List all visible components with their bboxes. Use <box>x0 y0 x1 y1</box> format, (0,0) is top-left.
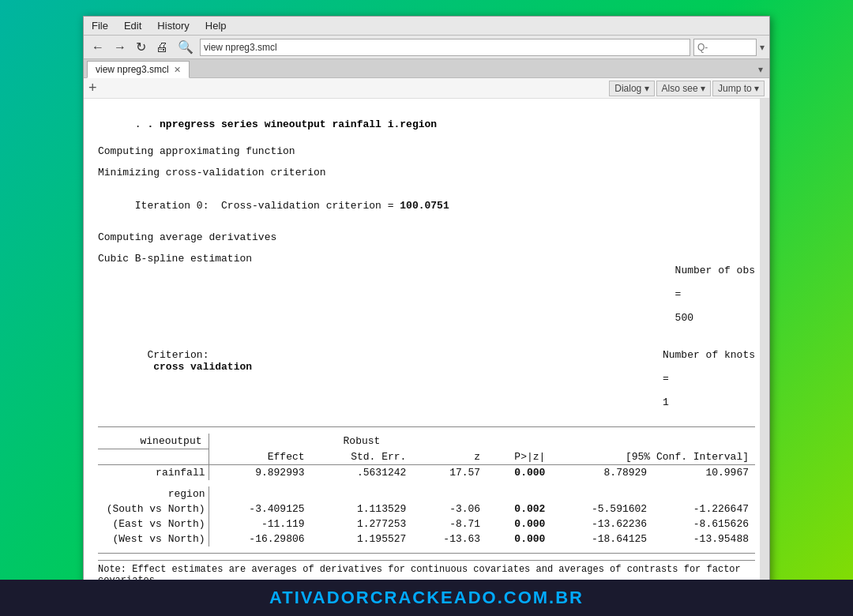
computing-avg: Computing average derivatives <box>98 231 755 243</box>
secondary-toolbar: + Dialog ▾ Also see ▾ Jump to ▾ <box>84 78 769 99</box>
dialog-button[interactable]: Dialog ▾ <box>609 81 654 96</box>
col-robust-header: Robust <box>311 434 413 449</box>
table-divider-bottom <box>98 553 755 554</box>
val-east-stderr: 1.277253 <box>311 516 413 531</box>
tab-dropdown[interactable]: ▾ <box>755 62 766 77</box>
model-info-row1: Cubic B-spline estimation Number of obs … <box>98 253 755 336</box>
col-robust-label <box>209 434 311 449</box>
val-west-cilo: -18.64125 <box>551 531 653 547</box>
scrollbar[interactable] <box>760 99 769 594</box>
val-east-effect: -11.119 <box>209 516 311 531</box>
th-depvar2 <box>98 449 209 465</box>
refresh-button[interactable]: ↻ <box>133 38 149 56</box>
print-button[interactable]: 🖨 <box>152 39 171 56</box>
val-west-cihi: -13.95488 <box>653 531 755 547</box>
label-west: (West vs North) <box>98 531 209 547</box>
table-row-rainfall: rainfall 9.892993 .5631242 17.57 0.000 8… <box>98 464 755 480</box>
val-west-stderr: 1.195527 <box>311 531 413 547</box>
th-stderr: Std. Err. <box>311 449 413 465</box>
also-see-button[interactable]: Also see ▾ <box>656 81 711 96</box>
th-ci: [95% Conf. Interval] <box>551 449 755 465</box>
label-rainfall: rainfall <box>98 464 209 480</box>
val-south-z: -3.06 <box>412 501 487 516</box>
computing-approx: Computing approximating function <box>98 145 755 157</box>
table-row-region-label: region <box>98 486 755 501</box>
action-buttons: Dialog ▾ Also see ▾ Jump to ▾ <box>609 81 765 96</box>
model-info-row2: Criterion: cross validation Number of kn… <box>98 337 755 420</box>
col-depvar: wineoutput <box>98 434 209 449</box>
minimizing-cv: Minimizing cross-validation criterion <box>98 167 755 178</box>
cv-value: 100.0751 <box>400 200 449 212</box>
val-rainfall-z: 17.57 <box>412 464 487 480</box>
table-row-south: (South vs North) -3.409125 1.113529 -3.0… <box>98 501 755 516</box>
menu-help[interactable]: Help <box>202 18 230 33</box>
table-divider-top <box>98 426 755 427</box>
val-east-cihi: -8.615626 <box>653 516 755 531</box>
address-bar[interactable] <box>200 39 690 56</box>
watermark-text: ATIVADORCRACKEADO.COM.BR <box>269 588 584 607</box>
iteration-line: Iteration 0: Cross-validation criterion … <box>98 188 755 223</box>
stata-window: File Edit History Help ← → ↻ 🖨 🔍 ▾ view … <box>83 16 770 608</box>
tab-bar: view npreg3.smcl ✕ ▾ <box>84 59 769 78</box>
val-south-cilo: -5.591602 <box>551 501 653 516</box>
label-south: (South vs North) <box>98 501 209 516</box>
val-rainfall-cilo: 8.78929 <box>551 464 653 480</box>
table-row-east: (East vs North) -11.119 1.277253 -8.71 0… <box>98 516 755 531</box>
val-east-pz: 0.000 <box>487 516 551 531</box>
val-rainfall-effect: 9.892993 <box>209 464 311 480</box>
find-button[interactable]: 🔍 <box>175 38 197 56</box>
command-line: . . npregress series wineoutput rainfall… <box>98 107 755 142</box>
val-south-pz: 0.002 <box>487 501 551 516</box>
forward-button[interactable]: → <box>111 39 130 56</box>
val-east-z: -8.71 <box>412 516 487 531</box>
model-label1: Cubic B-spline estimation <box>98 253 252 336</box>
val-south-effect: -3.409125 <box>209 501 311 516</box>
command-text: . npregress series wineoutput rainfall i… <box>147 118 437 130</box>
label-region: region <box>98 486 209 501</box>
model-stat1: Number of obs = 500 <box>626 253 755 336</box>
menu-history[interactable]: History <box>154 18 192 33</box>
jump-to-button[interactable]: Jump to ▾ <box>712 81 765 96</box>
label-east: (East vs North) <box>98 516 209 531</box>
toolbar: ← → ↻ 🖨 🔍 ▾ <box>84 36 769 59</box>
val-rainfall-pz: 0.000 <box>487 464 551 480</box>
search-input[interactable] <box>693 39 757 56</box>
dropdown-arrow[interactable]: ▾ <box>760 42 765 53</box>
content-area: . . npregress series wineoutput rainfall… <box>84 99 769 594</box>
watermark-bar: ATIVADORCRACKEADO.COM.BR <box>0 580 853 616</box>
model-label2: Criterion: cross validation <box>98 337 252 420</box>
table-row-west: (West vs North) -16.29806 1.195527 -13.6… <box>98 531 755 547</box>
add-tab-button[interactable]: + <box>88 80 97 96</box>
val-west-pz: 0.000 <box>487 531 551 547</box>
val-rainfall-cihi: 10.9967 <box>653 464 755 480</box>
back-button[interactable]: ← <box>88 39 107 56</box>
th-effect: Effect <box>209 449 311 465</box>
tab-viewnpreg[interactable]: view npreg3.smcl ✕ <box>87 61 190 78</box>
val-south-cihi: -1.226647 <box>653 501 755 516</box>
menu-edit[interactable]: Edit <box>121 18 145 33</box>
val-west-z: -13.63 <box>412 531 487 547</box>
menu-bar: File Edit History Help <box>84 17 769 36</box>
val-south-stderr: 1.113529 <box>311 501 413 516</box>
val-east-cilo: -13.62236 <box>551 516 653 531</box>
val-rainfall-stderr: .5631242 <box>311 464 413 480</box>
menu-file[interactable]: File <box>88 18 111 33</box>
val-west-effect: -16.29806 <box>209 531 311 547</box>
results-table: wineoutput Robust Effect Std. Err. z P>|… <box>98 434 755 547</box>
tab-label: view npreg3.smcl <box>96 64 169 75</box>
model-stat2: Number of knots = 1 <box>614 337 755 420</box>
th-pz: P>|z| <box>487 449 551 465</box>
th-z: z <box>412 449 487 465</box>
tab-close-button[interactable]: ✕ <box>174 65 181 75</box>
table-spacer <box>98 480 755 486</box>
